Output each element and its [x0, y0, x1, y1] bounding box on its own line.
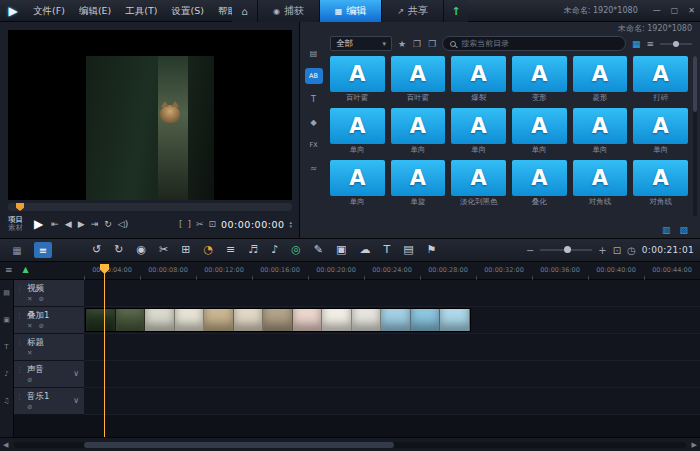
import-icon[interactable]: ❐ — [413, 39, 421, 49]
apply-to-overlay-track-icon[interactable]: ▧ — [679, 225, 688, 235]
track-mute-icon[interactable]: ⊘ — [27, 403, 32, 411]
media-icon[interactable]: ▤ — [305, 45, 323, 61]
clip-thumbnail[interactable] — [381, 309, 411, 331]
track-fx-icon[interactable]: ✕ — [27, 349, 32, 357]
tab-share[interactable]: ↗ 共享 — [382, 0, 444, 22]
gallery-item[interactable]: A 单向 — [633, 108, 688, 155]
maximize-button[interactable]: ▢ — [666, 6, 684, 15]
mark-in-button[interactable]: [ — [179, 219, 183, 229]
repeat-button[interactable]: ↻ — [101, 219, 115, 229]
record-capture-icon[interactable]: ◉ — [136, 239, 146, 261]
gallery-item[interactable]: A 菱形 — [573, 56, 628, 103]
step-back-button[interactable]: ◀ — [62, 219, 75, 229]
tab-capture[interactable]: ◉ 捕获 — [258, 0, 320, 22]
track-header-voice[interactable]: ⋮ 声音 ⊘ ∨ — [14, 361, 84, 388]
playhead-line[interactable] — [104, 265, 105, 437]
drag-handle-icon[interactable]: ⋮ — [16, 366, 23, 374]
gallery-item-thumb[interactable]: A — [330, 56, 385, 92]
lane-title[interactable] — [84, 334, 700, 361]
gallery-item[interactable]: A 爆裂 — [451, 56, 506, 103]
gallery-item-thumb[interactable]: A — [633, 56, 688, 92]
track-mute-icon[interactable]: ⊘ — [38, 322, 43, 330]
gallery-item-thumb[interactable]: A — [573, 160, 628, 196]
preview-seekbar[interactable] — [8, 203, 292, 211]
chevron-down-icon[interactable]: ∨ — [73, 396, 79, 405]
clip-thumbnail[interactable] — [352, 309, 382, 331]
mask-creator-icon[interactable]: ▣ — [336, 239, 346, 261]
gallery-scrollbar[interactable] — [693, 56, 697, 216]
redo-icon[interactable]: ↻ — [114, 239, 123, 261]
gallery-item[interactable]: A 对角线 — [633, 160, 688, 207]
gallery-item-thumb[interactable]: A — [633, 160, 688, 196]
track-header-video[interactable]: ⋮ 视频 ✕ ⊘ — [14, 280, 84, 307]
zoom-in-button[interactable]: + — [598, 245, 606, 256]
clip-thumbnail[interactable] — [86, 309, 116, 331]
auto-music-icon[interactable]: ♪ — [271, 239, 278, 261]
gallery-item-thumb[interactable]: A — [451, 160, 506, 196]
clip-thumbnail[interactable] — [440, 309, 470, 331]
chevron-down-icon[interactable]: ∨ — [73, 369, 79, 378]
timeline-zoom-slider[interactable] — [540, 246, 592, 254]
clip-thumbnail[interactable] — [411, 309, 441, 331]
gallery-item-thumb[interactable]: A — [573, 108, 628, 144]
clip-thumbnail[interactable] — [293, 309, 323, 331]
zoom-slider-knob[interactable] — [564, 246, 571, 253]
gallery-item[interactable]: A 单旋 — [391, 160, 446, 207]
minimize-button[interactable]: — — [648, 6, 666, 15]
clip-thumbnail[interactable] — [322, 309, 352, 331]
gallery-item-thumb[interactable]: A — [330, 160, 385, 196]
cloud-service-icon[interactable]: ☁ — [359, 239, 370, 261]
thumbnail-size-slider[interactable] — [660, 40, 692, 48]
apply-to-video-track-icon[interactable]: ▥ — [662, 225, 671, 235]
gallery-item-thumb[interactable]: A — [330, 108, 385, 144]
timecode-down-icon[interactable]: ▾ — [289, 224, 292, 228]
gallery-item-thumb[interactable]: A — [573, 56, 628, 92]
titles-icon[interactable]: T — [305, 91, 323, 107]
storyboard-view-button[interactable]: ▦ — [8, 242, 26, 258]
clip-thumbnail[interactable] — [263, 309, 293, 331]
scroll-right-button[interactable]: ▶ — [692, 441, 697, 449]
menu-item[interactable]: 工具(T) — [118, 0, 164, 22]
clip-thumbnail[interactable] — [145, 309, 175, 331]
fit-project-button[interactable]: ⊡ — [613, 245, 621, 256]
go-start-button[interactable]: ⇤ — [48, 219, 62, 229]
panel-menu-icon[interactable]: ≡ — [646, 39, 654, 49]
marker-icon[interactable]: ▲ — [23, 265, 29, 275]
clip-thumbnail[interactable] — [204, 309, 234, 331]
motion-path-icon[interactable]: ≈ — [305, 160, 323, 176]
menu-item[interactable]: 设置(S) — [165, 0, 211, 22]
gallery-item[interactable]: A 单向 — [330, 108, 385, 155]
hscroll-track[interactable] — [14, 442, 686, 448]
timeline-ruler[interactable]: 00:00:04:0000:00:08:0000:00:12:0000:00:1… — [84, 262, 700, 280]
slider-knob[interactable] — [673, 41, 679, 47]
track-header-title[interactable]: ⋮ 标题 ✕ — [14, 334, 84, 361]
scroll-left-button[interactable]: ◀ — [3, 441, 8, 449]
gallery-item-thumb[interactable]: A — [512, 56, 567, 92]
lane-overlay1[interactable] — [84, 307, 700, 334]
track-mute-icon[interactable]: ⊘ — [38, 295, 43, 303]
lane-music1[interactable] — [84, 388, 700, 415]
gallery-item[interactable]: A 单向 — [573, 108, 628, 155]
gallery-item[interactable]: A 百叶窗 — [330, 56, 385, 103]
lane-video[interactable] — [84, 280, 700, 307]
gallery-dropdown[interactable]: 全部 ▾ — [330, 36, 392, 51]
lane-voice[interactable] — [84, 361, 700, 388]
gallery-item[interactable]: A 百叶窗 — [391, 56, 446, 103]
sound-mixer-icon[interactable]: ♬ — [248, 239, 258, 261]
home-tab[interactable]: ⌂ — [232, 0, 258, 22]
track-manager-icon[interactable]: ▤ — [403, 239, 413, 261]
step-forward-button[interactable]: ▶ — [75, 219, 88, 229]
mode-clip[interactable]: 素材 — [8, 224, 23, 232]
drag-handle-icon[interactable]: ⋮ — [16, 285, 23, 293]
timeline-view-button[interactable]: ≡ — [34, 242, 52, 258]
split-clip-icon[interactable]: ✂ — [159, 239, 168, 261]
track-fx-icon[interactable]: ✕ — [27, 322, 32, 330]
export-icon[interactable]: ❐ — [428, 39, 436, 49]
clip-thumbnail[interactable] — [175, 309, 205, 331]
video-clip-strip[interactable] — [86, 309, 470, 331]
hscroll-thumb[interactable] — [84, 442, 394, 448]
multicam-editor-icon[interactable]: ⊞ — [181, 239, 190, 261]
gallery-item[interactable]: A 打碎 — [633, 56, 688, 103]
gallery-item[interactable]: A 对角线 — [573, 160, 628, 207]
chapter-point-icon[interactable]: ⚑ — [427, 239, 437, 261]
